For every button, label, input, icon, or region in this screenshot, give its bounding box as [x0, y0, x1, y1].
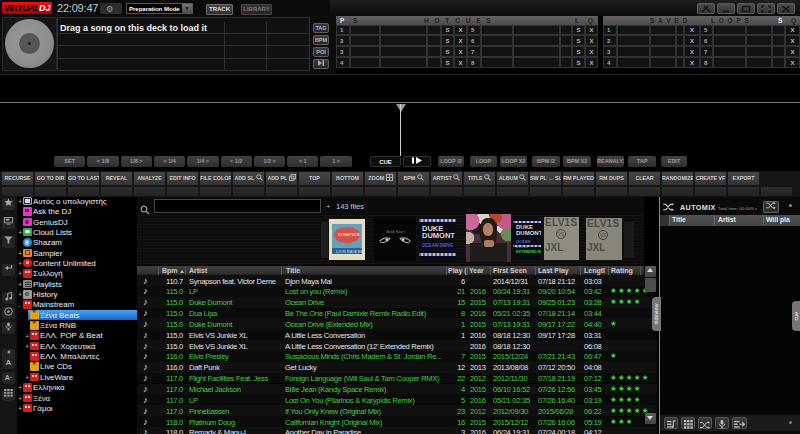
svg-text:Muddy Waters: Muddy Waters	[385, 230, 405, 234]
